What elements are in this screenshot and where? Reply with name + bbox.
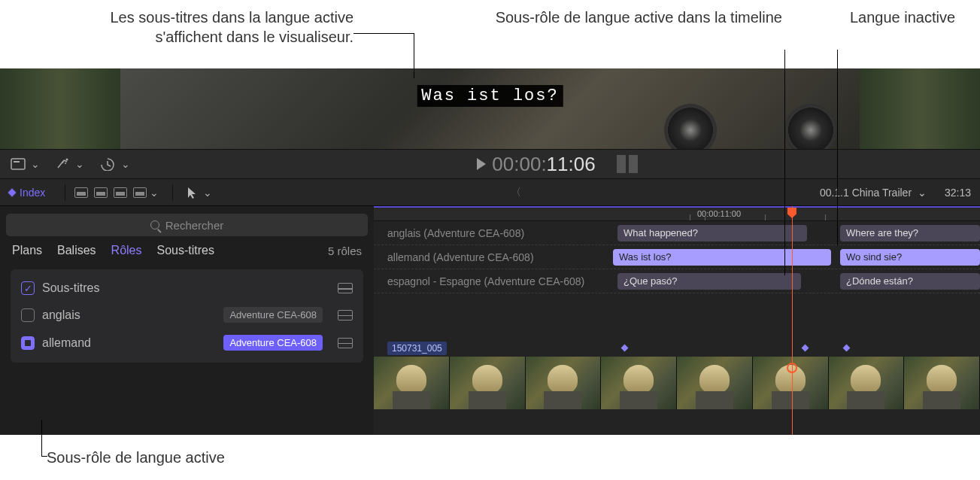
search-icon — [150, 220, 159, 229]
project-title[interactable]: 00.1.1 China Trailer ⌄ — [820, 187, 927, 199]
lane-toggle-icon[interactable] — [338, 310, 353, 321]
checkbox-icon[interactable] — [21, 308, 35, 322]
audio-meters-icon — [617, 155, 638, 173]
role-english[interactable]: anglais Adventure CEA-608 — [11, 301, 363, 329]
lane-toggle-icon[interactable] — [338, 283, 353, 293]
connect-clip-button[interactable] — [74, 187, 88, 198]
timeline-toolbar: Index ⌄ ⌄ 〈 00.1.1 China Trailer ⌄ 32:13 — [0, 179, 980, 206]
role-captions[interactable]: ✓ Sous-titres — [11, 275, 363, 301]
video-track[interactable]: 150731_005 — [374, 342, 980, 355]
insert-clip-button[interactable] — [94, 187, 108, 198]
search-input[interactable]: Rechercher — [6, 214, 368, 236]
playhead[interactable] — [792, 206, 793, 435]
tab-roles[interactable]: Rôles — [111, 244, 142, 257]
select-tool-button[interactable]: ⌄ — [187, 186, 212, 199]
caption-lane-spanish[interactable]: espagnol - Espagne (Adventure CEA-608) ¿… — [374, 269, 980, 293]
ruler-timecode: 00:00:11:00 — [697, 209, 741, 218]
role-badge: Adventure CEA-608 — [223, 307, 323, 323]
clip-appearance-button[interactable]: ⌄ — [11, 158, 40, 170]
index-button[interactable]: Index — [9, 187, 45, 199]
caption-clip[interactable]: What happened? — [617, 225, 807, 242]
lane-label: anglais (Adventure CEA-608) — [374, 227, 614, 239]
retime-button[interactable]: ⌄ — [99, 157, 130, 171]
project-duration: 32:13 — [945, 187, 971, 199]
caption-clip[interactable]: Wo sind sie? — [840, 249, 980, 266]
caption-clip[interactable]: Where are they? — [840, 225, 980, 242]
svg-rect-1 — [14, 161, 20, 163]
lane-label: espagnol - Espagne (Adventure CEA-608) — [374, 275, 614, 287]
caption-clip[interactable]: ¿Que pasó? — [617, 273, 801, 290]
caption-lane-english[interactable]: anglais (Adventure CEA-608) What happene… — [374, 221, 980, 245]
lane-toggle-icon[interactable] — [338, 338, 353, 348]
svg-point-2 — [66, 159, 68, 161]
role-label: allemand — [42, 336, 91, 350]
role-label: Sous-titres — [42, 281, 99, 295]
annotation-inactive-lang: Langue inactive — [805, 8, 955, 27]
annotation-active-subrole: Sous-rôle de langue active dans la timel… — [421, 8, 782, 27]
caption-clip[interactable]: Was ist los? — [613, 249, 831, 266]
viewer-caption: Was ist los? — [417, 85, 563, 107]
append-clip-button[interactable] — [114, 187, 127, 198]
roles-list: ✓ Sous-titres anglais Adventure CEA-608 … — [11, 269, 363, 363]
play-icon — [477, 158, 486, 170]
overwrite-clip-button[interactable]: ⌄ — [133, 187, 159, 199]
viewer: Was ist los? — [0, 68, 980, 149]
clip-name[interactable]: 150731_005 — [387, 342, 447, 355]
svg-rect-0 — [11, 159, 25, 169]
tab-soustitres[interactable]: Sous-titres — [157, 244, 214, 257]
caption-clip[interactable]: ¿Dónde están? — [840, 273, 980, 290]
svg-point-3 — [65, 163, 66, 164]
skimmer-handle-icon — [787, 363, 797, 373]
annotation-viewer-caption: Les sous-titres dans la langue active s'… — [83, 8, 353, 47]
lane-label: allemand (Adventure CEA-608) — [374, 251, 614, 263]
role-badge: Adventure CEA-608 — [223, 335, 323, 351]
timeline-ruler[interactable]: 00:00:11:00 — [374, 206, 980, 221]
role-german[interactable]: allemand Adventure CEA-608 — [11, 329, 363, 357]
timecode-display[interactable]: 00:00:11:06 — [477, 153, 637, 176]
index-panel: Rechercher Plans Balises Rôles Sous-titr… — [0, 206, 374, 435]
prev-edit-button[interactable]: 〈 — [511, 186, 521, 199]
toolbar: ⌄ ⌄ ⌄ 00:00:11:06 — [0, 149, 980, 179]
effects-button[interactable]: ⌄ — [55, 157, 84, 171]
checkbox-icon[interactable]: ✓ — [21, 281, 35, 295]
roles-count: 5 rôles — [328, 245, 362, 257]
tab-plans[interactable]: Plans — [12, 244, 42, 257]
timeline[interactable]: 00:00:11:00 anglais (Adventure CEA-608) … — [374, 206, 980, 435]
tab-balises[interactable]: Balises — [57, 244, 96, 257]
caption-lane-german[interactable]: allemand (Adventure CEA-608) Was ist los… — [374, 245, 980, 269]
annotation-active-subrole-bottom: Sous-rôle de langue active — [47, 448, 347, 467]
checkbox-icon[interactable] — [21, 336, 35, 350]
role-label: anglais — [42, 308, 80, 322]
